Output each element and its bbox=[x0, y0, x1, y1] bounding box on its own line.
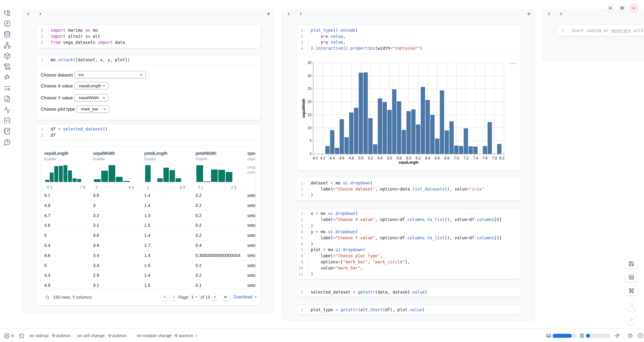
sidebar-text-search[interactable] bbox=[4, 85, 11, 92]
search-icon[interactable] bbox=[45, 295, 50, 300]
table-row[interactable]: 4.42.91.40.2setosa bbox=[41, 270, 255, 280]
dataframe-table: sepalLengthfloat644.37.9sepalWidthfloat6… bbox=[41, 146, 256, 290]
save-button[interactable] bbox=[625, 258, 638, 269]
line-number: 3 bbox=[296, 223, 303, 229]
code-editor[interactable]: 1Start coding or generate with AI bbox=[557, 25, 644, 36]
column-move-left-button[interactable] bbox=[25, 11, 31, 17]
next-page-button[interactable] bbox=[211, 294, 219, 301]
module-change-menu-chevron[interactable] bbox=[194, 329, 198, 342]
prev-page-button[interactable] bbox=[170, 294, 178, 301]
table-row[interactable]: 4.931.40.2setosa bbox=[41, 200, 255, 210]
sidebar-database[interactable] bbox=[4, 31, 11, 38]
code-token: options bbox=[311, 259, 338, 264]
chart-menu-button[interactable] bbox=[508, 59, 517, 68]
settings-button[interactable] bbox=[618, 4, 626, 12]
command-palette-button[interactable] bbox=[625, 285, 638, 296]
add-column-button[interactable] bbox=[265, 11, 271, 17]
download-button[interactable]: Download bbox=[233, 294, 257, 299]
code-token: label bbox=[311, 253, 333, 258]
sidebar-bot-chat[interactable] bbox=[4, 74, 11, 81]
cell-code[interactable]: 1x = mo.ui.dropdown(2 label="Choose X va… bbox=[296, 208, 521, 279]
sidebar-file-text[interactable] bbox=[4, 95, 11, 102]
column-move-left-button[interactable] bbox=[546, 11, 552, 17]
table-row[interactable]: 4.73.21.30.2setosa bbox=[41, 210, 255, 220]
on-cell-change-label: on cell change: bbox=[77, 333, 106, 338]
error-count-indicator[interactable] bbox=[4, 329, 10, 342]
code-editor[interactable]: 1selected_dataset = getattr(data, datase… bbox=[296, 287, 521, 297]
cell-chart[interactable]: 1plot_type().encode(2 x=x.value,3 y=y.va… bbox=[296, 25, 521, 171]
chevron-down-icon bbox=[103, 107, 107, 111]
terminal-button[interactable] bbox=[19, 329, 24, 342]
layout-button[interactable] bbox=[625, 272, 638, 282]
table-row[interactable]: 53.61.40.2setosa bbox=[41, 230, 255, 240]
table-row[interactable]: 5.13.51.40.2setosa bbox=[41, 190, 255, 200]
code-editor[interactable]: 1mo.vstack([dataset, x, y, plot]) bbox=[36, 55, 261, 65]
table-row[interactable]: 4.93.11.50.1setosa bbox=[41, 280, 255, 289]
bar-chart[interactable]: 4.04.24.44.64.85.05.25.45.65.86.06.26.46… bbox=[296, 54, 521, 171]
cell-code[interactable]: 1dataset = mo.ui.dropdown(2 label="Choos… bbox=[296, 177, 521, 201]
cell-empty[interactable]: 1Start coding or generate with AI bbox=[557, 25, 644, 36]
column-header[interactable]: species bbox=[247, 151, 256, 156]
column-header[interactable]: petalLength bbox=[144, 151, 167, 156]
menu-button[interactable] bbox=[606, 4, 614, 12]
sidebar-notebook-pen[interactable] bbox=[4, 128, 11, 135]
table-row[interactable]: 4.63.41.40.30000000000000004setosa bbox=[41, 250, 255, 260]
column-move-left-button[interactable] bbox=[285, 11, 292, 17]
ai-assistant-button[interactable] bbox=[615, 329, 620, 342]
cell-code[interactable]: 1selected_dataset = getattr(data, datase… bbox=[296, 287, 521, 297]
code-token: . bbox=[368, 307, 370, 312]
table-cell: setosa bbox=[247, 253, 256, 258]
sidebar-function-square[interactable] bbox=[4, 20, 11, 27]
cell-imports[interactable]: 1import marimo as mo2import altair as al… bbox=[36, 24, 261, 48]
memory-usage-fill bbox=[553, 334, 572, 338]
connection-status-indicator[interactable] bbox=[638, 329, 643, 342]
editor-placeholder: Start coding or generate with AI bbox=[569, 28, 644, 34]
generate-with-ai-link[interactable]: generate bbox=[611, 28, 631, 33]
column-move-right-button[interactable] bbox=[37, 11, 43, 17]
code-editor[interactable]: 1dataset = mo.ui.dropdown(2 label="Choos… bbox=[296, 177, 521, 201]
code-editor[interactable]: 1plot_type().encode(2 x=x.value,3 y=y.va… bbox=[296, 25, 521, 54]
column-move-right-button[interactable] bbox=[298, 11, 304, 17]
column-header[interactable]: petalWidth bbox=[195, 151, 216, 156]
page-select[interactable]: 1 bbox=[189, 294, 200, 301]
sidebar-activity[interactable] bbox=[4, 106, 11, 113]
on-cell-change-autorun-button[interactable]: autorun bbox=[113, 329, 127, 342]
dropdown-select[interactable]: sepalWidth bbox=[74, 94, 108, 102]
code-editor[interactable]: 1import marimo as mo2import altair as al… bbox=[36, 25, 261, 48]
run-button[interactable] bbox=[626, 313, 637, 325]
sidebar-box[interactable] bbox=[4, 52, 11, 59]
column-header[interactable]: sepalLength bbox=[44, 151, 68, 156]
cell-dataframe[interactable]: 1df = selected_dataset()2dfsepalLengthfl… bbox=[36, 124, 261, 305]
sidebar-help-circle[interactable] bbox=[4, 139, 11, 146]
stop-button[interactable] bbox=[626, 300, 637, 312]
code-editor[interactable]: 1plot_type = getattr(alt.Chart(df), plot… bbox=[296, 305, 521, 315]
dropdown-select[interactable]: mark_bar bbox=[77, 105, 109, 113]
add-column-button[interactable] bbox=[526, 11, 532, 17]
last-page-button[interactable] bbox=[222, 294, 229, 301]
code-token: marimo bbox=[66, 28, 85, 33]
sidebar-folder-tree[interactable] bbox=[4, 9, 11, 16]
cell-vstack[interactable]: 1mo.vstack([dataset, x, y, plot])Choose … bbox=[36, 55, 261, 120]
table-row[interactable]: 4.63.11.50.2setosa bbox=[41, 220, 255, 230]
histogram-bar bbox=[196, 165, 203, 182]
code-editor[interactable]: 1df = selected_dataset()2df bbox=[36, 124, 261, 140]
table-row[interactable]: 5.43.91.70.4setosa bbox=[41, 240, 255, 250]
code-editor[interactable]: 1x = mo.ui.dropdown(2 label="Choose X va… bbox=[296, 208, 521, 279]
sidebar-scroll-text[interactable] bbox=[4, 63, 11, 70]
dropdown-select[interactable]: sepalLength bbox=[74, 82, 108, 89]
sidebar-network[interactable] bbox=[4, 42, 11, 49]
column-move-right-button[interactable] bbox=[558, 11, 564, 17]
on-startup-autorun-button[interactable]: autorun bbox=[56, 329, 70, 342]
code-token: ui bbox=[328, 229, 333, 234]
on-module-change-autorun-button[interactable]: autorun bbox=[179, 329, 193, 342]
first-page-button[interactable] bbox=[161, 294, 168, 301]
table-row[interactable]: 53.41.50.2setosa bbox=[41, 260, 255, 270]
memory-indicator-icon bbox=[546, 329, 551, 342]
sidebar-snippets-code[interactable] bbox=[4, 117, 11, 124]
dropdown-select[interactable]: iris bbox=[74, 71, 146, 78]
cell-code[interactable]: 1plot_type = getattr(alt.Chart(df), plot… bbox=[296, 305, 521, 315]
copilot-button[interactable] bbox=[628, 329, 633, 342]
table-cell: setosa bbox=[247, 223, 256, 228]
shutdown-button[interactable] bbox=[630, 4, 638, 12]
column-header[interactable]: sepalWidth bbox=[93, 151, 115, 156]
